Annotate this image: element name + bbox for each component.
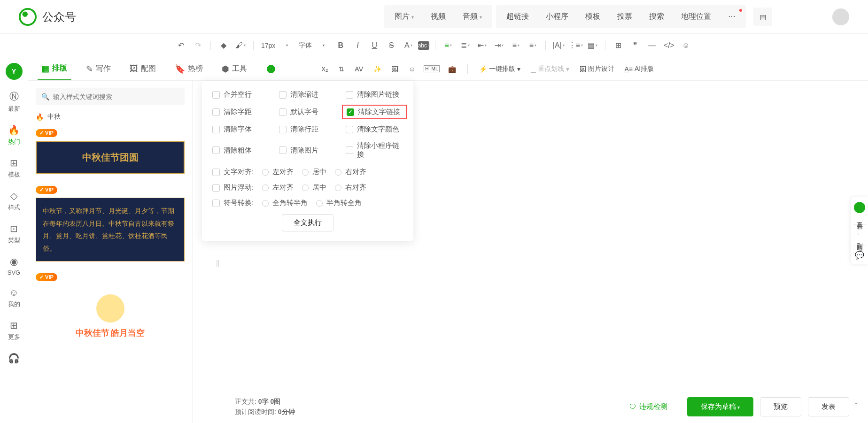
italic-icon[interactable]: I bbox=[350, 38, 364, 53]
ai-format-button[interactable]: A≡AI排版 bbox=[623, 65, 656, 73]
menu-more[interactable]: ⋯ bbox=[720, 7, 744, 26]
search-input[interactable] bbox=[53, 93, 179, 100]
nav-hot[interactable]: 🔥热门 bbox=[0, 119, 28, 152]
expand-chevron-icon[interactable]: ⌄ bbox=[849, 395, 863, 409]
html-icon[interactable]: HTML bbox=[424, 65, 439, 72]
chk-clear-bold[interactable]: 清除粗体 bbox=[212, 141, 270, 159]
emoji2-icon[interactable]: ☺ bbox=[407, 65, 417, 73]
bookmark-icon: 🔖 bbox=[175, 64, 185, 74]
menu-template[interactable]: 模板 bbox=[577, 7, 609, 26]
text-color-icon[interactable]: A bbox=[401, 38, 415, 53]
menu-image[interactable]: 图片 bbox=[386, 7, 422, 26]
briefcase-icon[interactable]: 💼 bbox=[446, 65, 458, 73]
auto-format-button[interactable]: ⚡一键排版 ▾ bbox=[477, 65, 522, 73]
nav-support[interactable]: 🎧 bbox=[0, 347, 28, 369]
underline2-icon: ▁ bbox=[531, 65, 536, 73]
template-card-3[interactable]: ✓ VIP 中秋佳节 皓月当空 bbox=[36, 273, 185, 348]
strikethrough-icon[interactable]: S bbox=[384, 38, 398, 53]
menu-miniprogram[interactable]: 小程序 bbox=[537, 7, 577, 26]
line-height-icon[interactable]: ≡ bbox=[509, 38, 523, 53]
chk-clear-text-color[interactable]: 清除文字颜色 bbox=[346, 125, 403, 134]
bold-icon[interactable]: B bbox=[333, 38, 348, 53]
hr-icon[interactable]: — bbox=[645, 38, 659, 53]
menu-hyperlink[interactable]: 超链接 bbox=[498, 7, 537, 26]
format-painter-icon[interactable]: 🖌 bbox=[233, 38, 248, 53]
image-insert-icon[interactable]: 🖼 bbox=[390, 65, 400, 73]
chk-clear-text-link[interactable]: 清除文字链接 bbox=[342, 105, 407, 119]
spacing-icon[interactable]: ≡ bbox=[526, 38, 540, 53]
execute-all-button[interactable]: 全文执行 bbox=[282, 214, 333, 231]
chk-clear-font[interactable]: 清除字体 bbox=[212, 125, 270, 134]
tab-write[interactable]: ✎写作 bbox=[82, 57, 115, 80]
media-menu-group: 图片 视频 音频 bbox=[384, 5, 492, 28]
chk-clear-images[interactable]: 清除图片 bbox=[279, 141, 336, 159]
template-card-1[interactable]: ✓ VIP 中秋佳节团圆 bbox=[36, 129, 185, 174]
highlight-button[interactable]: ▁重点划线 ▾ bbox=[529, 65, 571, 73]
bg-color-icon[interactable]: abc bbox=[418, 41, 429, 50]
tab-trending[interactable]: 🔖热榜 bbox=[171, 57, 207, 80]
main-tabs: ▦排版 ✎写作 🖼配图 🔖热榜 ⬢工具 X₂ ⇅ AV ✨ 🖼 ☺ HTML 💼… bbox=[28, 57, 868, 81]
filter-tag[interactable]: 中秋 bbox=[47, 113, 61, 121]
template-card-2[interactable]: ✓ VIP 中秋节，又称拜月节、月光诞、月夕等，节期在每年的农历八月日。中秋节自… bbox=[36, 185, 185, 261]
tab-images[interactable]: 🖼配图 bbox=[126, 57, 160, 80]
indent2-icon[interactable]: ▤ bbox=[585, 38, 599, 53]
nav-more[interactable]: ⊞更多 bbox=[0, 314, 28, 347]
violation-check-button[interactable]: 🛡违规检测 bbox=[616, 398, 681, 416]
user-avatar[interactable] bbox=[832, 8, 849, 25]
nav-template[interactable]: ⊞模板 bbox=[0, 152, 28, 185]
nav-latest[interactable]: Ⓝ最新 bbox=[0, 85, 28, 119]
magic-icon[interactable]: ✨ bbox=[372, 65, 383, 73]
list-icon[interactable]: ⋮≡ bbox=[568, 38, 582, 53]
letter-spacing-icon[interactable]: |A| bbox=[551, 38, 566, 53]
emoji-icon[interactable]: ☺ bbox=[679, 38, 693, 53]
toolbox-label[interactable]: 工具箱 bbox=[855, 217, 864, 220]
subscript-icon[interactable]: X₂ bbox=[319, 65, 330, 73]
chat-icon[interactable]: 💬 bbox=[851, 251, 868, 260]
layout-icon-button[interactable]: ▤ bbox=[753, 8, 772, 26]
chk-clear-letterspace[interactable]: 清除字距 bbox=[212, 107, 270, 117]
template-icon: ⊞ bbox=[10, 157, 18, 169]
fontfamily-select[interactable]: 字体 bbox=[297, 41, 314, 50]
underline-icon[interactable]: U bbox=[367, 38, 381, 53]
feedback-label[interactable]: 到问题 bbox=[855, 238, 864, 241]
nav-mine[interactable]: ☺我的 bbox=[0, 282, 28, 314]
text-transform-icon[interactable]: ⇅ bbox=[337, 65, 346, 73]
menu-search[interactable]: 搜索 bbox=[641, 7, 673, 26]
menu-location[interactable]: 地理位置 bbox=[673, 7, 720, 26]
undo-icon[interactable]: ↶ bbox=[174, 38, 188, 53]
radio-text-align: 文字对齐: 左对齐 居中 右对齐 bbox=[212, 168, 403, 177]
nav-svg[interactable]: ◉SVG bbox=[0, 250, 28, 282]
nav-type[interactable]: ⊡类型 bbox=[0, 217, 28, 250]
chk-clear-indent[interactable]: 清除缩进 bbox=[279, 90, 336, 99]
outdent-icon[interactable]: ⇥ bbox=[492, 38, 506, 53]
nav-style[interactable]: ◇样式 bbox=[0, 185, 28, 217]
code-icon[interactable]: </> bbox=[662, 38, 676, 53]
chk-default-fontsize[interactable]: 默认字号 bbox=[279, 107, 336, 117]
user-icon: ☺ bbox=[9, 287, 18, 298]
clear-format-icon[interactable]: ◆ bbox=[217, 38, 231, 53]
fontsize-select[interactable]: 17px bbox=[259, 42, 277, 49]
chk-clear-lineheight[interactable]: 清除行距 bbox=[279, 125, 336, 134]
preview-button[interactable]: 预览 bbox=[760, 397, 801, 416]
tab-layout[interactable]: ▦排版 bbox=[38, 57, 71, 80]
table-icon[interactable]: ⊞ bbox=[611, 38, 625, 53]
chk-clear-miniprogram-link[interactable]: 清除小程序链接 bbox=[346, 141, 403, 159]
image-design-button[interactable]: 🖼图片设计 bbox=[578, 65, 616, 73]
save-draft-button[interactable]: 保存为草稿 bbox=[687, 397, 753, 416]
align-justify-icon[interactable]: ≣ bbox=[458, 38, 472, 53]
chk-clear-img-link[interactable]: 清除图片链接 bbox=[346, 90, 403, 99]
chk-merge-blank[interactable]: 合并空行 bbox=[212, 90, 270, 99]
quote-icon[interactable]: ❞ bbox=[628, 38, 642, 53]
menu-audio[interactable]: 音频 bbox=[454, 7, 490, 26]
app-logo-icon[interactable]: Y bbox=[6, 63, 23, 80]
arrow-left-icon[interactable]: ← bbox=[851, 230, 868, 238]
publish-button[interactable]: 发表 bbox=[808, 397, 849, 416]
redo-icon[interactable]: ↷ bbox=[191, 38, 205, 53]
menu-vote[interactable]: 投票 bbox=[609, 7, 641, 26]
float-logo-icon[interactable] bbox=[854, 202, 865, 213]
kerning-icon[interactable]: AV bbox=[353, 65, 365, 73]
indent-icon[interactable]: ⇤ bbox=[475, 38, 489, 53]
menu-video[interactable]: 视频 bbox=[422, 7, 454, 26]
tab-tools[interactable]: ⬢工具 bbox=[218, 57, 251, 80]
align-left-icon[interactable]: ≡ bbox=[441, 38, 455, 53]
